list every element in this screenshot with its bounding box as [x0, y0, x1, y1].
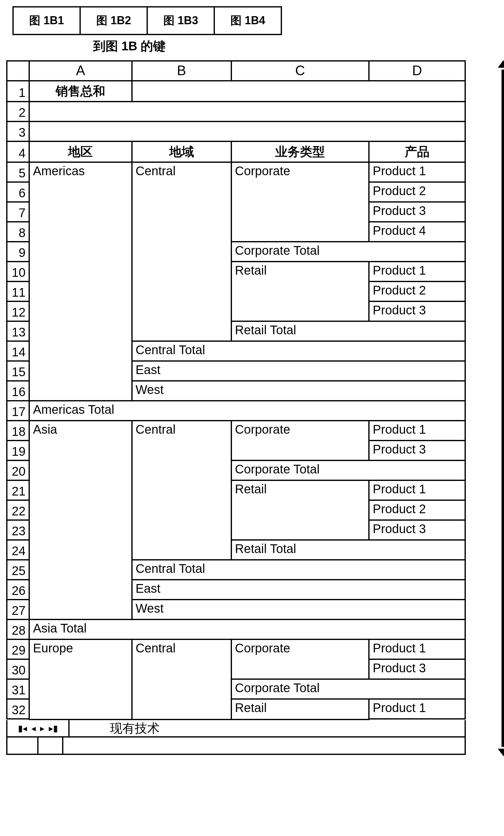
cell-territory[interactable]: West	[132, 600, 465, 620]
row-header[interactable]: 22	[7, 500, 29, 520]
header-product[interactable]: 产品	[369, 141, 465, 162]
row-header[interactable]: 13	[7, 321, 29, 341]
row-header[interactable]: 10	[7, 262, 29, 282]
cell-total[interactable]: Asia Total	[29, 620, 465, 639]
status-segment	[39, 738, 63, 754]
row-header[interactable]: 18	[7, 421, 29, 440]
cell-product[interactable]: Product 1	[369, 262, 465, 282]
cell-territory[interactable]: West	[132, 381, 465, 401]
nav-prev-icon[interactable]: ◂	[31, 723, 36, 734]
row-header[interactable]: 20	[7, 460, 29, 480]
cell-total[interactable]: Americas Total	[29, 401, 465, 421]
row-header[interactable]: 5	[7, 162, 29, 182]
cell-product[interactable]: Product 3	[369, 440, 465, 460]
col-header-c[interactable]: C	[231, 61, 369, 81]
cell[interactable]	[132, 81, 465, 101]
cell-region[interactable]: Americas	[29, 162, 132, 401]
col-header-b[interactable]: B	[132, 61, 231, 81]
row-header[interactable]: 31	[7, 679, 29, 699]
row-header[interactable]: 12	[7, 301, 29, 321]
cell-biztype[interactable]: Corporate	[231, 421, 369, 460]
cell-territory[interactable]: Central	[132, 421, 231, 560]
header-biztype[interactable]: 业务类型	[231, 141, 369, 162]
cell-subtotal[interactable]: Retail Total	[231, 321, 465, 341]
cell-territory[interactable]: East	[132, 361, 465, 381]
cell-region[interactable]: Asia	[29, 421, 132, 620]
tab-1b2: 图 1B2	[79, 6, 148, 35]
cell-product[interactable]: Product 3	[369, 520, 465, 540]
row-header[interactable]: 19	[7, 440, 29, 460]
cell-subtotal[interactable]: Corporate Total	[231, 679, 465, 699]
row-header[interactable]: 1	[7, 81, 29, 101]
cell-product[interactable]: Product 4	[369, 222, 465, 242]
figure-tabs: 图 1B1 图 1B2 图 1B3 图 1B4	[13, 6, 498, 35]
row-header[interactable]: 32	[7, 699, 29, 719]
cell-biztype[interactable]: Retail	[231, 480, 369, 540]
row-header[interactable]: 16	[7, 381, 29, 401]
row-header[interactable]: 2	[7, 101, 29, 121]
cell-product[interactable]: Product 1	[369, 162, 465, 182]
sheet-nav: ▮◂ ◂ ▸ ▸▮	[7, 720, 70, 736]
row-header[interactable]: 29	[7, 639, 29, 659]
cell-subtotal[interactable]: Central Total	[132, 341, 465, 361]
nav-first-icon[interactable]: ▮◂	[18, 723, 27, 734]
header-territory[interactable]: 地域	[132, 141, 231, 162]
cell[interactable]	[29, 121, 465, 141]
cell-biztype[interactable]: Corporate	[231, 639, 369, 679]
row-header[interactable]: 27	[7, 600, 29, 620]
cell-a1[interactable]: 销售总和	[29, 81, 132, 101]
row-header[interactable]: 21	[7, 480, 29, 500]
row-header[interactable]: 25	[7, 560, 29, 580]
tab-1b4: 图 1B4	[214, 6, 282, 35]
row-header[interactable]: 8	[7, 222, 29, 242]
cell-product[interactable]: Product 2	[369, 500, 465, 520]
cell-biztype[interactable]: Corporate	[231, 162, 369, 242]
tab-1b1: 图 1B1	[13, 6, 81, 35]
row-header[interactable]: 9	[7, 242, 29, 262]
cell-biztype[interactable]: Retail	[231, 262, 369, 321]
col-header-d[interactable]: D	[369, 61, 465, 81]
scroll-up-icon[interactable]	[498, 60, 504, 68]
scroll-down-icon[interactable]	[498, 749, 504, 756]
row-header[interactable]: 24	[7, 540, 29, 560]
cell-subtotal[interactable]: Retail Total	[231, 540, 465, 560]
vertical-scrollbar[interactable]	[498, 60, 504, 756]
row-header[interactable]: 14	[7, 341, 29, 361]
row-header[interactable]: 6	[7, 182, 29, 202]
row-header[interactable]: 30	[7, 659, 29, 679]
cell-subtotal[interactable]: Corporate Total	[231, 460, 465, 480]
col-header-a[interactable]: A	[29, 61, 132, 81]
row-header[interactable]: 15	[7, 361, 29, 381]
cell-territory[interactable]: East	[132, 580, 465, 600]
row-header[interactable]: 3	[7, 121, 29, 141]
nav-next-icon[interactable]: ▸	[40, 723, 44, 734]
select-all-corner[interactable]	[7, 61, 29, 81]
row-header[interactable]: 7	[7, 202, 29, 222]
cell-region[interactable]: Europe	[29, 639, 132, 720]
cell-product[interactable]: Product 1	[369, 699, 465, 719]
cell-product[interactable]: Product 1	[369, 421, 465, 440]
cell-product[interactable]: Product 3	[369, 202, 465, 222]
header-region[interactable]: 地区	[29, 141, 132, 162]
row-header[interactable]: 23	[7, 520, 29, 540]
cell-subtotal[interactable]: Central Total	[132, 560, 465, 580]
row-header[interactable]: 17	[7, 401, 29, 421]
row-header[interactable]: 26	[7, 580, 29, 600]
cell-subtotal[interactable]: Corporate Total	[231, 242, 465, 262]
cell-product[interactable]: Product 2	[369, 182, 465, 202]
cell[interactable]	[29, 101, 465, 121]
cell-product[interactable]: Product 1	[369, 639, 465, 659]
sheet-footer: ▮◂ ◂ ▸ ▸▮ 现有技术	[6, 720, 466, 755]
cell-product[interactable]: Product 3	[369, 301, 465, 321]
row-header[interactable]: 28	[7, 620, 29, 639]
row-header[interactable]: 4	[7, 141, 29, 162]
scroll-track[interactable]	[502, 70, 504, 747]
nav-last-icon[interactable]: ▸▮	[49, 723, 58, 734]
cell-territory[interactable]: Central	[132, 162, 231, 341]
cell-territory[interactable]: Central	[132, 639, 231, 720]
cell-product[interactable]: Product 3	[369, 659, 465, 679]
row-header[interactable]: 11	[7, 282, 29, 301]
cell-biztype[interactable]: Retail	[231, 699, 369, 720]
cell-product[interactable]: Product 1	[369, 480, 465, 500]
cell-product[interactable]: Product 2	[369, 282, 465, 301]
